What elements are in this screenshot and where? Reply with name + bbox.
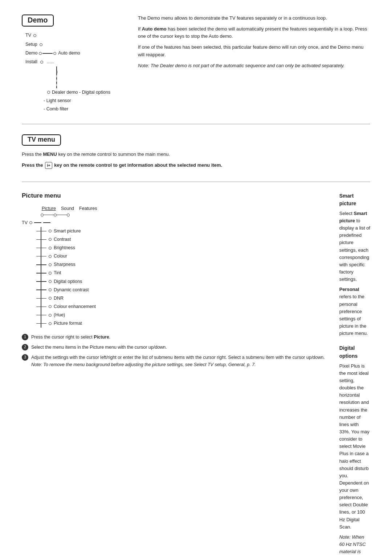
demo-title: Demo xyxy=(22,15,54,27)
picture-section: Picture menu Picture Sound Features TV xyxy=(22,192,370,555)
digital-options-note: Note: When 60 Hz NTSC material is used, … xyxy=(339,534,370,555)
tab-picture: Picture xyxy=(42,204,56,213)
tab-features: Features xyxy=(79,204,97,213)
smart-picture-desc1: Select Smart picture to display a list o… xyxy=(339,210,370,283)
tab-dot-3 xyxy=(67,214,70,216)
picture-menu-title: Picture menu xyxy=(22,192,325,199)
picture-tab-line xyxy=(41,214,325,216)
pic-dot-tv xyxy=(29,221,32,224)
demo-menu-tv: TV xyxy=(25,31,123,40)
step-num-2: 2 xyxy=(22,344,28,351)
pic-dot-col-enh xyxy=(49,305,52,308)
tvmenu-desc1: Press the MENU key on the remote control… xyxy=(22,151,370,158)
digital-options-desc1: Pixel Plus is the most ideal setting, do… xyxy=(339,362,370,531)
pic-dot-dnr xyxy=(49,297,52,300)
pic-dot-hue xyxy=(49,314,52,317)
smart-picture-title: Smart picture xyxy=(339,192,370,208)
step-1: 1 Press the cursor right to select Pictu… xyxy=(22,333,325,341)
dot-dealer xyxy=(47,91,50,94)
tvmenu-title: TV menu xyxy=(22,134,61,146)
step-3-note: Note: To remove the menu background befo… xyxy=(31,361,325,368)
step-text-3: Adjust the settings with the cursor left… xyxy=(31,354,325,368)
tab-dot-2 xyxy=(54,214,57,216)
pic-item-sharpness: Sharpness xyxy=(36,260,325,269)
pic-dot-colour xyxy=(49,255,52,258)
smart-picture-subsection: Smart picture Select Smart picture to di… xyxy=(339,192,370,337)
smart-picture-desc2: Personal refers to the personal preferen… xyxy=(339,286,370,337)
demo-desc2-bold: Auto demo xyxy=(142,26,167,32)
demo-right: The Demo menu allows to demonstrate the … xyxy=(138,15,370,113)
dot-auto xyxy=(53,52,56,55)
demo-desc2: If Auto demo has been selected the demo … xyxy=(138,25,370,40)
picture-tabs: Picture Sound Features xyxy=(42,204,325,213)
picture-steps: 1 Press the cursor right to select Pictu… xyxy=(22,333,325,368)
digital-options-title: Digital options xyxy=(339,344,370,360)
pic-item-dynamic-contrast: Dynamic contrast xyxy=(36,286,325,294)
pic-item-dnr: DNR xyxy=(36,294,325,303)
pic-item-contrast: Contrast xyxy=(36,235,325,244)
step-num-3: 3 xyxy=(22,354,28,361)
step-2: 2 Select the menu items in the Picture m… xyxy=(22,344,325,351)
pic-dot-dynamic xyxy=(49,288,52,291)
demo-menu-dealer-row: Dealer demo - Digital options xyxy=(47,88,123,97)
step-3: 3 Adjust the settings with the cursor le… xyxy=(22,354,325,368)
tab-sound: Sound xyxy=(61,204,74,213)
pic-item-picture-format: Picture format xyxy=(36,319,325,328)
demo-desc3: If one of the features has been selected… xyxy=(138,44,370,58)
pic-item-tint: Tint xyxy=(36,269,325,277)
pic-vline xyxy=(41,227,41,328)
pic-dot-contrast xyxy=(49,238,52,241)
key-icon-i: i+ xyxy=(45,162,52,169)
demo-note: Note: The Dealer demo is not part of the… xyxy=(138,62,370,69)
pic-item-colour: Colour xyxy=(36,252,325,260)
demo-menu-diagram: TV Setup Demo Auto demo xyxy=(22,31,123,113)
picture-right: Smart picture Select Smart picture to di… xyxy=(339,192,370,555)
tab-dot-1 xyxy=(41,214,44,216)
step-num-1: 1 xyxy=(22,334,28,340)
step-text-1: Press the cursor right to select Picture… xyxy=(31,333,325,341)
step-text-2: Select the menu items in the Picture men… xyxy=(31,344,325,351)
picture-menu-items: Smart picture Contrast Brightness xyxy=(36,227,325,328)
demo-wavy-area xyxy=(55,66,123,88)
demo-menu-sub-items: - Light sensor - Comb filter xyxy=(44,97,123,113)
dot-tv xyxy=(33,34,36,37)
pic-item-brightness: Brightness xyxy=(36,244,325,252)
pic-item-smart-picture: Smart picture xyxy=(36,227,325,235)
demo-left: Demo TV Setup Demo xyxy=(22,15,123,113)
pic-dot-tint xyxy=(49,272,52,275)
pic-dot-brightness xyxy=(49,247,52,250)
picture-diagram: Picture Sound Features TV xyxy=(22,204,325,328)
pic-dot-format xyxy=(49,322,52,325)
pic-item-colour-enhancement: Colour enhancement xyxy=(36,303,325,311)
pic-dot-sharpness xyxy=(49,263,52,266)
tvmenu-section: TV menu Press the MENU key on the remote… xyxy=(22,134,370,182)
pic-dot-digital xyxy=(49,280,52,283)
demo-menu-setup: Setup xyxy=(25,40,123,49)
picture-menu-items-container: Smart picture Contrast Brightness xyxy=(29,227,325,328)
pic-item-hue: (Hue) xyxy=(36,311,325,319)
picture-menu-tv: TV xyxy=(22,219,325,227)
picture-left: Picture menu Picture Sound Features TV xyxy=(22,192,325,555)
digital-options-subsection: Digital options Pixel Plus is the most i… xyxy=(339,344,370,555)
pic-dot-smart xyxy=(49,230,52,232)
dot-setup xyxy=(40,43,42,46)
demo-menu-demo-row: Demo Auto demo xyxy=(25,49,123,58)
pic-item-digital-options: Digital options xyxy=(36,278,325,286)
dot-demo xyxy=(39,52,42,55)
dot-install xyxy=(40,61,43,64)
demo-desc1: The Demo menu allows to demonstrate the … xyxy=(138,15,370,22)
demo-menu-install-row: Install ...... xyxy=(25,58,123,66)
tvmenu-desc2: Press the i+ key on the remote control t… xyxy=(22,162,370,169)
demo-section: Demo TV Setup Demo xyxy=(22,15,370,124)
